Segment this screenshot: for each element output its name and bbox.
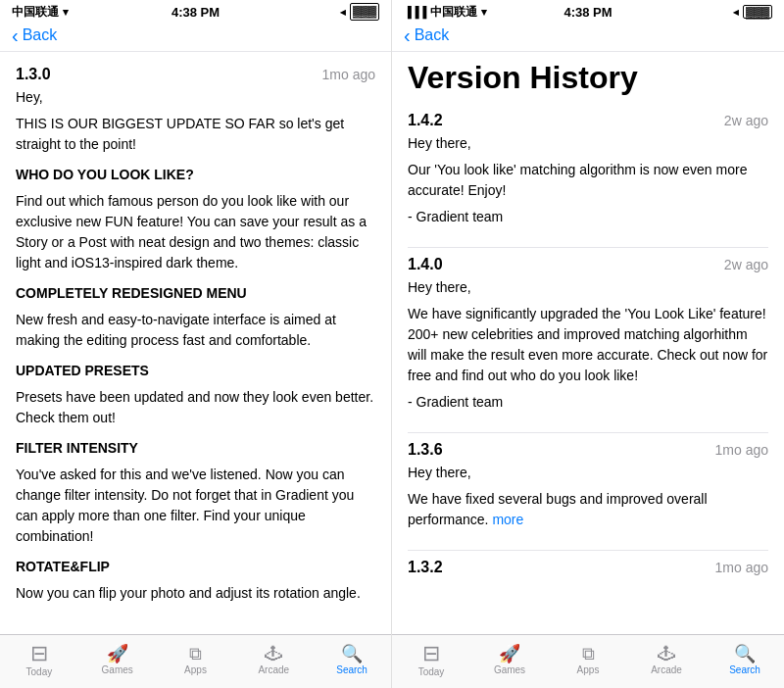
- right-tab-games[interactable]: 🚀 Games: [470, 641, 549, 678]
- right-tab-bar: ⊟ Today 🚀 Games ⧉ Apps 🕹 Arcade 🔍 Search: [392, 634, 784, 688]
- right-games-label: Games: [494, 664, 525, 675]
- right-version-136-number: 1.3.6: [408, 441, 443, 459]
- right-140-p3: - Gradient team: [408, 392, 768, 413]
- right-version-140-number: 1.4.0: [408, 256, 443, 273]
- right-tab-today[interactable]: ⊟ Today: [392, 641, 470, 678]
- right-back-button[interactable]: ‹ Back: [404, 25, 449, 45]
- right-140-p2: We have significantly upgraded the 'You …: [408, 304, 768, 386]
- left-status-left: 中国联通 ▾: [12, 4, 69, 21]
- left-status-right: ◂ ▓▓▓: [340, 3, 379, 20]
- right-status-left: ▐▐▐ 中国联通 ▾: [404, 4, 487, 21]
- right-wifi-icon: ▾: [481, 6, 487, 19]
- right-136-p1: Hey there,: [408, 463, 768, 483]
- left-version-heading-filter: FILTER INTENSITY: [16, 438, 375, 459]
- right-version-142-time: 2w ago: [724, 113, 768, 128]
- right-version-142-number: 1.4.2: [408, 112, 443, 129]
- left-location-icon: ◂: [340, 6, 346, 19]
- right-version-136: 1.3.6 1mo ago Hey there, We have fixed s…: [408, 441, 768, 530]
- right-142-p2: Our 'You look like' matching algorithm i…: [408, 160, 768, 201]
- right-version-132: 1.3.2 1mo ago: [408, 559, 768, 576]
- right-version-142: 1.4.2 2w ago Hey there, Our 'You look li…: [408, 112, 768, 227]
- divider-1: [408, 247, 768, 248]
- left-tab-bar: ⊟ Today 🚀 Games ⧉ Apps 🕹 Arcade 🔍 Search: [0, 634, 391, 688]
- right-signal-icon: ▐▐▐: [404, 6, 426, 18]
- right-search-icon: 🔍: [734, 645, 756, 663]
- right-nav-bar: ‹ Back: [392, 22, 784, 52]
- left-arcade-icon: 🕹: [265, 645, 282, 663]
- right-page-title-bar: Version History: [392, 52, 784, 104]
- left-version-time: 1mo ago: [322, 67, 375, 82]
- right-version-140-header: 1.4.0 2w ago: [408, 256, 768, 273]
- left-version-text-hey: Hey,: [16, 87, 375, 108]
- left-version-heading-presets: UPDATED PRESETS: [16, 361, 375, 381]
- right-apps-icon: ⧉: [582, 645, 595, 663]
- right-today-label: Today: [418, 666, 445, 677]
- left-apps-label: Apps: [184, 664, 207, 675]
- left-version-number: 1.3.0: [16, 66, 51, 83]
- left-tab-today[interactable]: ⊟ Today: [0, 641, 78, 678]
- right-version-140-time: 2w ago: [724, 257, 768, 272]
- right-battery-icon: ▓▓▓: [743, 5, 772, 19]
- right-carrier: 中国联通: [430, 4, 477, 21]
- right-version-140-body: Hey there, We have significantly upgrade…: [408, 277, 768, 413]
- left-back-chevron-icon: ‹: [12, 25, 19, 45]
- left-version-body: Hey, THIS IS OUR BIGGEST UPDATE SO FAR s…: [16, 87, 375, 604]
- left-carrier: 中国联通: [12, 4, 59, 21]
- left-version-text-menu: New fresh and easy-to-navigate interface…: [16, 310, 375, 351]
- right-status-right: ◂ ▓▓▓: [733, 5, 772, 19]
- left-version-heading-menu: COMPLETELY REDESIGNED MENU: [16, 283, 375, 304]
- right-version-136-body: Hey there, We have fixed several bugs an…: [408, 463, 768, 530]
- right-tab-apps[interactable]: ⧉ Apps: [549, 641, 627, 678]
- left-version-text-who: Find out which famous person do you look…: [16, 191, 375, 273]
- right-status-bar: ▐▐▐ 中国联通 ▾ 4:38 PM ◂ ▓▓▓: [392, 0, 784, 22]
- right-136-more-link[interactable]: more: [492, 512, 523, 527]
- left-tab-search[interactable]: 🔍 Search: [313, 641, 391, 678]
- left-today-label: Today: [26, 666, 53, 677]
- right-version-142-header: 1.4.2 2w ago: [408, 112, 768, 129]
- divider-3: [408, 550, 768, 551]
- right-arcade-icon: 🕹: [658, 645, 675, 663]
- right-142-p1: Hey there,: [408, 133, 768, 154]
- left-version-text-filter: You've asked for this and we've listened…: [16, 465, 375, 547]
- right-version-132-header: 1.3.2 1mo ago: [408, 559, 768, 576]
- left-nav-bar: ‹ Back: [0, 22, 391, 52]
- right-version-136-header: 1.3.6 1mo ago: [408, 441, 768, 459]
- divider-2: [408, 432, 768, 433]
- left-content: 1.3.0 1mo ago Hey, THIS IS OUR BIGGEST U…: [0, 52, 391, 634]
- left-search-icon: 🔍: [341, 645, 363, 663]
- left-phone-screen: 中国联通 ▾ 4:38 PM ◂ ▓▓▓ ‹ Back 1.3.0 1mo ag…: [0, 0, 392, 688]
- left-arcade-label: Arcade: [258, 664, 289, 675]
- right-version-140: 1.4.0 2w ago Hey there, We have signific…: [408, 256, 768, 413]
- left-tab-games[interactable]: 🚀 Games: [78, 641, 157, 678]
- right-tab-search[interactable]: 🔍 Search: [706, 641, 784, 678]
- left-tab-arcade[interactable]: 🕹 Arcade: [234, 641, 313, 678]
- right-apps-label: Apps: [577, 664, 600, 675]
- left-games-label: Games: [102, 664, 133, 675]
- left-wifi-icon: ▾: [63, 6, 69, 19]
- right-content: 1.4.2 2w ago Hey there, Our 'You look li…: [392, 104, 784, 634]
- left-back-button[interactable]: ‹ Back: [12, 25, 57, 45]
- right-location-icon: ◂: [733, 6, 739, 19]
- right-140-p1: Hey there,: [408, 277, 768, 298]
- left-version-text-presets: Presets have been updated and now they l…: [16, 387, 375, 428]
- left-tab-apps[interactable]: ⧉ Apps: [157, 641, 235, 678]
- right-136-p2: We have fixed several bugs and improved …: [408, 489, 768, 530]
- right-version-142-body: Hey there, Our 'You look like' matching …: [408, 133, 768, 227]
- left-games-icon: 🚀: [107, 645, 128, 663]
- right-142-p3: - Gradient team: [408, 207, 768, 227]
- left-version-entry: 1.3.0 1mo ago Hey, THIS IS OUR BIGGEST U…: [16, 66, 375, 604]
- left-version-text-rotate: Now you can flip your photo and adjust i…: [16, 583, 375, 604]
- left-version-heading-who: WHO DO YOU LOOK LIKE?: [16, 165, 375, 185]
- left-status-bar: 中国联通 ▾ 4:38 PM ◂ ▓▓▓: [0, 0, 391, 22]
- page-title: Version History: [408, 60, 768, 96]
- right-version-132-time: 1mo ago: [715, 560, 768, 575]
- right-time: 4:38 PM: [564, 5, 612, 20]
- left-search-label: Search: [336, 664, 368, 675]
- left-version-heading-rotate: ROTATE&FLIP: [16, 557, 375, 577]
- right-games-icon: 🚀: [499, 645, 520, 663]
- right-back-chevron-icon: ‹: [404, 25, 411, 45]
- left-version-header: 1.3.0 1mo ago: [16, 66, 375, 83]
- right-tab-arcade[interactable]: 🕹 Arcade: [627, 641, 706, 678]
- right-arcade-label: Arcade: [651, 664, 682, 675]
- left-today-icon: ⊟: [30, 643, 48, 664]
